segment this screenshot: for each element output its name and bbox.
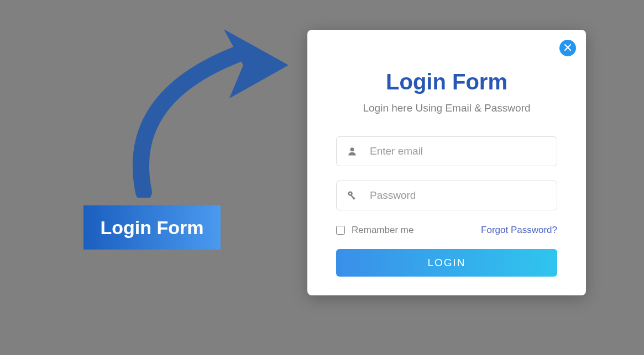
close-button[interactable]: [559, 40, 576, 56]
remember-label: Remamber me: [352, 225, 413, 236]
email-input-group: [336, 136, 557, 166]
login-submit-label: LOGIN: [427, 257, 465, 268]
svg-point-0: [350, 147, 354, 151]
password-input[interactable]: [336, 181, 557, 210]
modal-title: Login Form: [336, 70, 557, 94]
email-input[interactable]: [336, 136, 557, 166]
modal-subtitle: Login here Using Email & Password: [336, 102, 557, 114]
svg-point-2: [349, 193, 351, 194]
remember-checkbox[interactable]: [336, 226, 345, 235]
login-submit-button[interactable]: LOGIN: [336, 249, 557, 277]
key-icon: [346, 189, 358, 202]
login-form-trigger-button[interactable]: Login Form: [83, 205, 221, 250]
trigger-label: Login Form: [101, 217, 204, 239]
arrow-decor: [127, 21, 293, 198]
login-modal: Login Form Login here Using Email & Pass…: [307, 30, 586, 295]
options-row: Remamber me Forgot Password?: [336, 225, 557, 236]
forgot-password-link[interactable]: Forgot Password?: [481, 225, 557, 236]
close-icon: [564, 43, 571, 53]
user-icon: [346, 145, 358, 157]
password-input-group: [336, 181, 557, 210]
remember-me[interactable]: Remamber me: [336, 225, 413, 236]
